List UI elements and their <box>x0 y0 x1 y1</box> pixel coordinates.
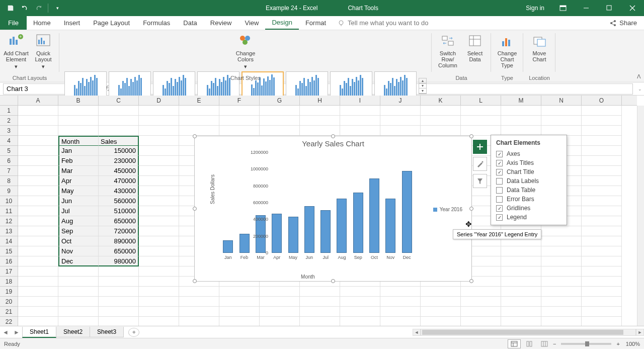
svg-rect-16 <box>41 38 42 44</box>
checkbox-icon[interactable] <box>496 169 503 175</box>
chart-element-option[interactable]: Axes <box>491 149 567 158</box>
row-headers[interactable]: 12345678910111213141516171819202122 <box>0 106 18 326</box>
sheet-nav-next-icon[interactable]: ► <box>11 329 22 336</box>
chart-element-option[interactable]: Axis Titles <box>491 158 567 167</box>
chart-filters-button[interactable] <box>473 174 487 188</box>
sheet-tab[interactable]: Sheet3 <box>90 327 124 337</box>
chart-bar[interactable] <box>223 240 233 253</box>
ribbon-display-icon[interactable] <box>551 0 575 16</box>
page-layout-view-icon[interactable] <box>523 339 536 348</box>
chart-object[interactable]: Yearly Sales Chart Sales Dollars JanFebM… <box>194 136 472 282</box>
grid-area: ABCDEFGHIJKLMNO 123456789101112131415161… <box>0 96 644 326</box>
chart-x-axis-label[interactable]: Month <box>195 274 421 280</box>
tab-insert[interactable]: Insert <box>57 16 87 30</box>
chart-element-option[interactable]: Chart Title <box>491 167 567 176</box>
chart-bar[interactable] <box>304 206 314 253</box>
vertical-scrollbar[interactable] <box>637 106 644 326</box>
tell-me-search[interactable]: Tell me what you want to do <box>338 16 428 30</box>
sheet-tab[interactable]: Sheet2 <box>56 327 90 337</box>
group-label: Location <box>523 75 555 81</box>
group-label: Type <box>491 75 523 81</box>
svg-point-20 <box>243 40 248 45</box>
tab-file[interactable]: File <box>0 16 27 30</box>
collapse-ribbon-icon[interactable]: ᐱ <box>637 73 641 80</box>
expand-formula-bar-icon[interactable]: ⌄ <box>636 86 644 92</box>
signin-link[interactable]: Sign in <box>519 5 551 12</box>
zoom-in-icon[interactable]: + <box>616 341 619 347</box>
chart-bar[interactable] <box>402 171 412 253</box>
chart-styles-button[interactable] <box>473 157 487 171</box>
checkbox-icon[interactable] <box>496 187 503 194</box>
tab-view[interactable]: View <box>238 16 265 30</box>
checkbox-icon[interactable] <box>496 214 503 221</box>
chart-legend[interactable]: Year 2016 <box>433 207 462 212</box>
chart-element-option[interactable]: Legend <box>491 213 567 222</box>
chart-bar[interactable] <box>272 214 282 253</box>
maximize-icon[interactable] <box>598 0 621 16</box>
svg-rect-17 <box>43 41 45 44</box>
select-all-corner[interactable] <box>0 96 18 106</box>
svg-rect-1 <box>560 6 566 7</box>
svg-rect-9 <box>10 39 12 45</box>
svg-point-31 <box>482 161 484 163</box>
svg-text:+: + <box>19 34 22 39</box>
contextual-tab-label: Chart Tools <box>348 5 378 12</box>
chart-bar[interactable] <box>288 217 298 253</box>
tab-review[interactable]: Review <box>204 16 238 30</box>
chart-bar[interactable] <box>353 193 363 253</box>
chart-bar[interactable] <box>385 199 395 253</box>
chart-elements-button[interactable] <box>473 140 487 154</box>
chart-y-axis-label[interactable]: Sales Dollars <box>210 174 215 204</box>
save-icon[interactable] <box>4 2 17 14</box>
status-bar: Ready − + 100% <box>0 338 644 349</box>
chart-bar[interactable] <box>337 199 347 253</box>
page-break-view-icon[interactable] <box>538 339 551 348</box>
tab-data[interactable]: Data <box>177 16 203 30</box>
checkbox-icon[interactable] <box>496 160 503 166</box>
chart-plot-area[interactable]: JanFebMarAprMayJunJulAugSepOctNovDec <box>217 152 418 253</box>
chart-bar[interactable] <box>320 210 331 253</box>
undo-icon[interactable] <box>18 2 31 14</box>
zoom-out-icon[interactable]: − <box>553 341 556 347</box>
chart-element-option[interactable]: Data Table <box>491 186 567 195</box>
add-sheet-button[interactable]: + <box>128 328 139 337</box>
chart-element-option[interactable]: Error Bars <box>491 195 567 204</box>
tab-page-layout[interactable]: Page Layout <box>87 16 136 30</box>
checkbox-icon[interactable] <box>496 178 503 185</box>
lightbulb-icon <box>338 20 345 27</box>
checkbox-icon[interactable] <box>496 205 503 212</box>
chart-bar[interactable] <box>369 178 379 253</box>
svg-rect-35 <box>527 341 529 346</box>
chart-bar[interactable] <box>239 234 250 253</box>
group-label: Chart Layouts <box>0 75 59 81</box>
chart-element-option[interactable]: Data Labels <box>491 176 567 186</box>
checkbox-icon[interactable] <box>496 196 503 203</box>
share-button[interactable]: Share <box>602 16 644 30</box>
tab-format[interactable]: Format <box>299 16 333 30</box>
svg-rect-32 <box>511 341 517 346</box>
tab-design[interactable]: Design <box>265 16 298 30</box>
sheet-nav-prev-icon[interactable]: ◄ <box>0 329 11 336</box>
horizontal-scrollbar[interactable]: ◄► <box>413 328 644 336</box>
svg-rect-27 <box>505 38 507 46</box>
checkbox-icon[interactable] <box>496 151 503 157</box>
change-colors-button[interactable]: Change Colors▾ <box>232 32 259 69</box>
tooltip: Series "Year 2016" Legend Entry <box>453 229 541 239</box>
group-label: Data <box>432 75 491 81</box>
minimize-icon[interactable] <box>575 0 598 16</box>
column-headers[interactable]: ABCDEFGHIJKLMNO <box>18 96 637 106</box>
ribbon-tabs: File HomeInsertPage LayoutFormulasDataRe… <box>0 16 644 30</box>
sheet-tab[interactable]: Sheet1 <box>22 327 56 338</box>
tab-formulas[interactable]: Formulas <box>136 16 177 30</box>
normal-view-icon[interactable] <box>508 339 521 348</box>
status-ready: Ready <box>4 341 20 347</box>
qat-customize-icon[interactable]: ▾ <box>51 2 64 14</box>
chart-elements-flyout: Chart Elements AxesAxis TitlesChart Titl… <box>491 135 567 225</box>
redo-icon[interactable] <box>32 2 45 14</box>
tab-home[interactable]: Home <box>27 16 57 30</box>
zoom-level[interactable]: 100% <box>626 341 640 347</box>
zoom-slider[interactable] <box>561 343 611 345</box>
sheet-tabs-bar: ◄ ► Sheet1Sheet2Sheet3+ ◄► <box>0 326 644 338</box>
chart-element-option[interactable]: Gridlines <box>491 204 567 213</box>
close-icon[interactable] <box>621 0 644 16</box>
